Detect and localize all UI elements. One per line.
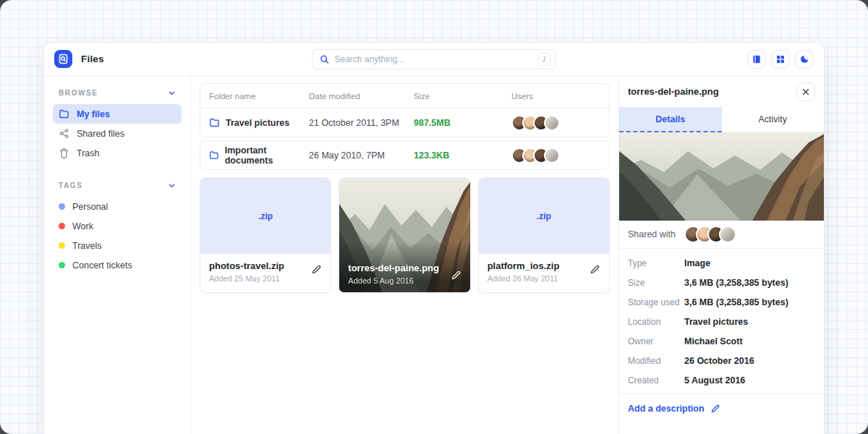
- top-bar: Files /: [44, 43, 824, 76]
- mountain-photo-large: [619, 132, 824, 221]
- users-avatar-group: [511, 148, 600, 163]
- tag-label: Travels: [72, 241, 102, 251]
- tag-item-concert-tickets[interactable]: Concert tickets: [53, 255, 182, 275]
- tag-color-dot: [59, 242, 65, 249]
- bookmarks-button[interactable]: [747, 50, 766, 69]
- detail-label: Size: [628, 278, 684, 288]
- detail-label: Location: [628, 317, 684, 327]
- detail-label: Created: [628, 375, 684, 386]
- apps-grid-button[interactable]: [771, 50, 790, 69]
- tags-section-title: TAGS: [59, 182, 82, 190]
- document-search-icon: [58, 54, 69, 64]
- detail-value: Travel pictures: [684, 317, 748, 327]
- app-logo-icon[interactable]: [54, 50, 72, 68]
- date-modified: 21 October 2011, 3PM: [309, 118, 414, 128]
- tab-activity[interactable]: Activity: [722, 107, 825, 132]
- search-shortcut-key: /: [538, 53, 551, 66]
- tags-section-header[interactable]: TAGS: [53, 179, 182, 197]
- moon-icon: [799, 54, 809, 64]
- tag-color-dot: [59, 262, 65, 268]
- pencil-icon: [311, 264, 322, 275]
- chevron-down-icon[interactable]: [168, 182, 176, 190]
- book-icon: [752, 54, 762, 64]
- column-header-size: Size: [414, 92, 511, 101]
- page-title: Files: [81, 54, 104, 64]
- panel-file-title: torres-del-paine.png: [628, 86, 719, 97]
- folder-icon: [59, 109, 69, 119]
- grid-icon: [775, 54, 786, 64]
- folder-size: 123.3KB: [414, 150, 511, 161]
- panel-tabs: Details Activity: [619, 107, 824, 132]
- shared-with-row: Shared with: [619, 221, 824, 249]
- sidebar-item-shared-files[interactable]: Shared files: [53, 124, 182, 143]
- detail-row-owner: Owner Michael Scott: [628, 336, 815, 346]
- column-header-users: Users: [511, 92, 600, 101]
- detail-value: 3,6 MB (3,258,385 bytes): [684, 278, 788, 288]
- tag-item-personal[interactable]: Personal: [53, 197, 182, 216]
- detail-row-size: Size 3,6 MB (3,258,385 bytes): [628, 278, 815, 288]
- tags-section: TAGS Personal Work: [53, 179, 182, 275]
- shared-avatar-group[interactable]: [684, 226, 736, 243]
- rename-file-button[interactable]: [451, 270, 461, 281]
- sidebar-item-trash[interactable]: Trash: [53, 143, 182, 163]
- detail-label: Modified: [628, 356, 684, 366]
- trash-icon: [59, 148, 69, 158]
- file-added-date: Added 25 May 2011: [209, 274, 322, 283]
- detail-row-location: Location Travel pictures: [628, 317, 815, 327]
- search-bar[interactable]: /: [312, 49, 556, 69]
- detail-row-modified: Modified 26 October 2016: [628, 356, 815, 366]
- sidebar-item-my-files[interactable]: My files: [53, 104, 182, 124]
- main-content: Folder name Date modified Size Users Tra…: [191, 76, 618, 434]
- tag-item-work[interactable]: Work: [53, 216, 182, 236]
- sidebar-item-label: My files: [77, 109, 110, 119]
- file-card-platform-ios-zip[interactable]: .zip platform_ios.zip Added 26 May 2011: [478, 177, 610, 293]
- shared-with-label: Shared with: [628, 229, 676, 239]
- detail-label: Storage used: [628, 297, 684, 307]
- pencil-icon: [590, 264, 600, 275]
- rename-file-button[interactable]: [311, 264, 322, 275]
- detail-row-storage-used: Storage used 3,6 MB (3,258,385 bytes): [628, 297, 815, 307]
- tag-item-travels[interactable]: Travels: [53, 236, 182, 255]
- rename-file-button[interactable]: [590, 264, 600, 275]
- file-card-torres-del-paine-png[interactable]: torres-del-paine.png Added 5 Aug 2016: [339, 177, 470, 293]
- file-card-photos-travel-zip[interactable]: .zip photos-travel.zip Added 25 May 2011: [200, 177, 331, 293]
- browse-section-header[interactable]: BROWSE: [53, 86, 182, 104]
- column-header-date-modified: Date modified: [309, 92, 414, 101]
- folders-table: Folder name Date modified Size Users Tra…: [200, 83, 610, 137]
- tag-color-dot: [59, 223, 65, 229]
- avatar: [544, 115, 560, 131]
- file-details-panel: torres-del-paine.png Details Activity: [618, 76, 824, 434]
- browse-section-title: BROWSE: [59, 89, 98, 97]
- pencil-icon[interactable]: [710, 404, 720, 414]
- add-description-button[interactable]: Add a description: [628, 404, 705, 414]
- date-modified: 26 May 2010, 7PM: [309, 150, 414, 161]
- detail-value: 26 October 2016: [684, 356, 754, 366]
- zip-extension-label: .zip: [258, 211, 273, 221]
- detail-value: Image: [684, 258, 710, 268]
- zip-preview: .zip: [200, 178, 331, 254]
- topbar-actions: [747, 50, 814, 69]
- avatar: [544, 148, 560, 163]
- chevron-down-icon[interactable]: [168, 89, 176, 97]
- file-added-date: Added 5 Aug 2016: [348, 276, 439, 285]
- desktop-background: Files /: [0, 0, 868, 434]
- detail-row-created: Created 5 August 2016: [628, 375, 815, 386]
- close-icon: [801, 88, 810, 96]
- files-app-window: Files /: [43, 42, 825, 434]
- table-row-important-documents[interactable]: Important documents 26 May 2010, 7PM 123…: [200, 141, 609, 169]
- folder-size: 987.5MB: [414, 118, 511, 128]
- table-row-travel-pictures[interactable]: Travel pictures 21 October 2011, 3PM 987…: [200, 109, 609, 137]
- close-panel-button[interactable]: [796, 82, 815, 101]
- panel-footer: Add a description: [619, 393, 824, 423]
- users-avatar-group: [511, 115, 600, 131]
- file-name: platform_ios.zip: [488, 260, 600, 271]
- folders-table-row-2: Important documents 26 May 2010, 7PM 123…: [200, 140, 610, 170]
- search-input[interactable]: [335, 54, 538, 64]
- dark-mode-toggle[interactable]: [795, 50, 814, 69]
- detail-value: 3,6 MB (3,258,385 bytes): [684, 297, 788, 307]
- tab-details[interactable]: Details: [619, 107, 722, 132]
- tag-color-dot: [59, 203, 65, 210]
- file-details-list: Type Image Size 3,6 MB (3,258,385 bytes)…: [619, 249, 824, 393]
- share-icon: [59, 128, 69, 139]
- folder-icon: [209, 117, 220, 128]
